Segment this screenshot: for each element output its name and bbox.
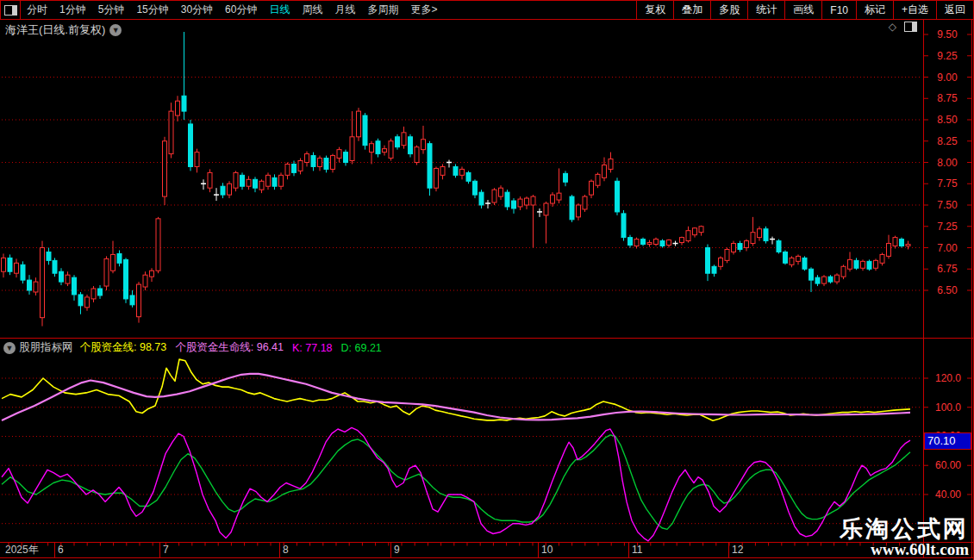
price-axis: 9.509.259.008.758.508.258.007.757.507.25… [924, 28, 972, 296]
indicator-source-label: 股朋指标网 [19, 340, 73, 355]
indicator-axis-label: 40.00 [935, 488, 961, 501]
indicator-gridlines [2, 378, 922, 524]
toolbar-tool-item[interactable]: 多股 [710, 1, 747, 19]
price-axis-label: 7.50 [937, 199, 958, 211]
indicator-reading: 个股资金线: 98.73 [80, 340, 167, 355]
toolbar-period-item[interactable]: 多周期 [361, 3, 404, 17]
chevron-down-icon[interactable]: ▼ [109, 24, 122, 36]
tools-menu: 复权叠加多股统计画线F10标记+自选返回 [636, 1, 973, 19]
month-label: 12 [732, 544, 744, 556]
indicator-value-badge: 70.10 [925, 432, 971, 449]
split-window-icon [4, 5, 17, 16]
price-and-indicator-chart[interactable]: 9.509.259.008.758.508.258.007.757.507.25… [0, 0, 974, 560]
time-axis: 2025年6789101112 [5, 543, 913, 558]
indicator-reading: 个股资金生命线: 96.41 [175, 340, 284, 355]
price-axis-label: 8.50 [937, 114, 958, 126]
price-axis-label: 9.25 [937, 50, 958, 62]
price-axis-label: 7.25 [937, 221, 958, 233]
watermark-site-name: 乐淘公式网 [840, 517, 969, 541]
price-axis-label: 8.00 [937, 157, 958, 169]
indicator-series [2, 359, 910, 541]
price-axis-label: 6.50 [937, 284, 958, 296]
diamond-icon[interactable]: ◇ [889, 21, 896, 33]
toolbar-period-item[interactable]: 更多> [404, 3, 443, 17]
indicator-reading: D: 69.21 [341, 342, 382, 354]
indicator-reading: K: 77.18 [292, 342, 333, 354]
indicator-axis-label: 60.00 [935, 459, 961, 471]
toolbar-period-item[interactable]: 30分钟 [175, 3, 219, 17]
toolbar-period-item[interactable]: 15分钟 [130, 3, 174, 17]
price-axis-label: 9.50 [937, 28, 958, 40]
fund-line [2, 359, 910, 420]
candles-layer [2, 32, 911, 327]
indicator-axis-label: 120.0 [935, 372, 961, 384]
indicator-header: ▼ 股朋指标网 个股资金线: 98.73个股资金生命线: 96.41K: 77.… [3, 340, 387, 355]
price-axis-label: 7.75 [937, 177, 958, 190]
toolbar-period-item[interactable]: 分时 [21, 3, 53, 17]
toolbar-tool-item[interactable]: F10 [821, 1, 856, 19]
toolbar-tool-item[interactable]: 复权 [636, 1, 673, 19]
toolbar-period-item[interactable]: 月线 [328, 3, 361, 17]
watermark-url: www.60lt.com [840, 541, 969, 558]
price-axis-label: 9.00 [937, 72, 958, 84]
toolbar-tool-item[interactable]: +自选 [893, 1, 936, 19]
layout-toggle-button[interactable] [1, 1, 21, 19]
page-title: 海洋王(日线.前复权) [5, 22, 105, 38]
price-axis-label: 8.25 [937, 135, 958, 147]
toolbar-period-item[interactable]: 周线 [296, 3, 328, 17]
toolbar-tool-item[interactable]: 返回 [936, 1, 973, 19]
badge-value: 70.10 [927, 434, 956, 447]
toolbar-period-item[interactable]: 日线 [263, 3, 296, 17]
toolbar-period-item[interactable]: 60分钟 [219, 3, 263, 17]
chart-title-bar[interactable]: 海洋王(日线.前复权) ▼ [5, 22, 122, 38]
period-menu: 分时1分钟5分钟15分钟30分钟60分钟日线周线月线多周期更多> [1, 1, 443, 19]
toolbar-tool-item[interactable]: 标记 [856, 1, 893, 19]
life-line [2, 374, 910, 420]
watermark: 乐淘公式网 www.60lt.com [840, 517, 969, 558]
month-label: 10 [541, 544, 553, 556]
toolbar-tool-item[interactable]: 统计 [747, 1, 784, 19]
price-axis-label: 6.75 [937, 263, 958, 275]
panes-icon[interactable] [904, 22, 917, 32]
toolbar-tool-item[interactable]: 画线 [784, 1, 821, 19]
toolbar-period-item[interactable]: 5分钟 [92, 3, 131, 17]
stock-app-window: 分时1分钟5分钟15分钟30分钟60分钟日线周线月线多周期更多> 复权叠加多股统… [0, 0, 974, 560]
indicator-chevron-down-icon[interactable]: ▼ [3, 342, 16, 354]
month-label: 9 [394, 544, 400, 556]
price-axis-label: 8.75 [937, 92, 958, 104]
top-toolbar: 分时1分钟5分钟15分钟30分钟60分钟日线周线月线多周期更多> 复权叠加多股统… [0, 0, 974, 20]
price-axis-label: 7.00 [937, 242, 958, 254]
toolbar-tool-item[interactable]: 叠加 [673, 1, 710, 19]
k-line [2, 427, 910, 541]
chart-corner-icons: ◇ [889, 21, 917, 33]
toolbar-period-item[interactable]: 1分钟 [53, 3, 92, 17]
indicator-axis-label: 100.0 [935, 401, 961, 414]
